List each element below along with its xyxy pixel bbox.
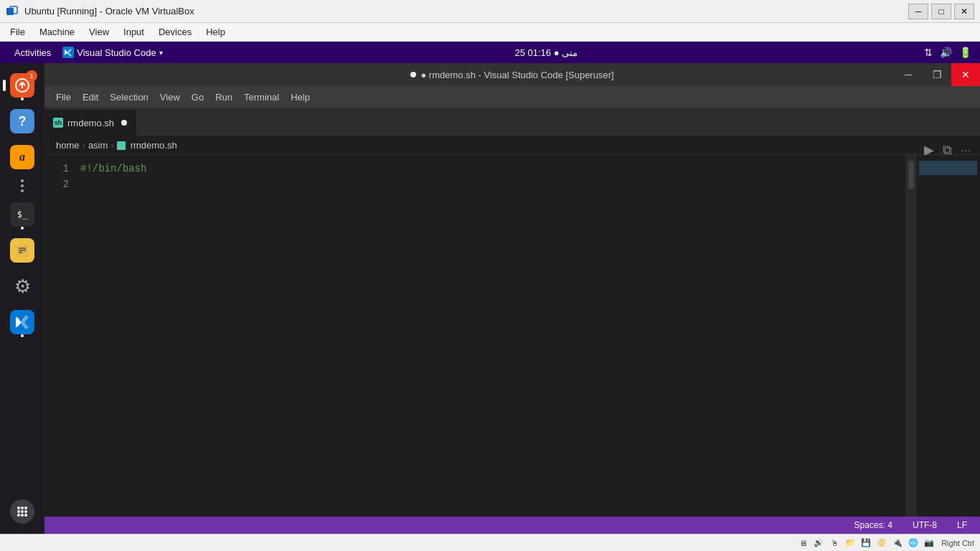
vm-content: Activities Visual Studio Code ▾ 25 منی ●… bbox=[0, 42, 980, 534]
vscode-taskbar-icon bbox=[62, 47, 74, 58]
vscode-minimize-btn[interactable]: ─ bbox=[894, 63, 923, 86]
tray-icon-5[interactable]: 💾 bbox=[859, 537, 872, 550]
breadcrumb-toolbar-row: home › asim › rmdemo.sh ▶ ⧉ ··· bbox=[44, 136, 980, 155]
vbox-title: Ubuntu [Running] - Oracle VM VirtualBox bbox=[24, 6, 908, 17]
amazon-icon: a bbox=[10, 145, 34, 169]
vbox-minimize-btn[interactable]: ─ bbox=[908, 4, 928, 19]
tray-icon-2[interactable]: 🔊 bbox=[812, 537, 825, 550]
dock-item-vscode[interactable] bbox=[6, 306, 39, 339]
vbox-menu-help[interactable]: Help bbox=[199, 23, 232, 41]
more-dot-3 bbox=[21, 189, 24, 192]
vscode-menu-edit[interactable]: Edit bbox=[77, 86, 104, 108]
vscode-restore-btn[interactable]: ❐ bbox=[923, 63, 951, 86]
code-line-1: #!/bin/bash bbox=[80, 161, 905, 176]
code-content[interactable]: #!/bin/bash bbox=[80, 155, 905, 517]
show-apps-icon bbox=[10, 499, 34, 524]
scrollbar-thumb bbox=[908, 161, 914, 189]
vbox-icon bbox=[6, 5, 19, 18]
tab-unsaved-indicator bbox=[121, 120, 127, 126]
svg-point-12 bbox=[21, 510, 24, 513]
vscode-titlebar: ● rmdemo.sh - Visual Studio Code [Superu… bbox=[44, 63, 980, 86]
active-indicator bbox=[21, 98, 24, 100]
dock-item-texteditor[interactable] bbox=[6, 234, 39, 267]
line-num-2: 2 bbox=[44, 176, 69, 192]
line-numbers: 1 2 bbox=[44, 155, 80, 517]
audio-icon[interactable]: 🔊 bbox=[940, 47, 952, 58]
vscode-menu-file[interactable]: File bbox=[50, 86, 77, 108]
svg-point-8 bbox=[17, 507, 20, 509]
vscode-window-controls: ─ ❐ ✕ bbox=[894, 63, 980, 86]
breadcrumb-asim[interactable]: asim bbox=[88, 140, 108, 151]
help-icon: ? bbox=[10, 109, 34, 133]
vbox-menu-view[interactable]: View bbox=[82, 23, 116, 41]
vscode-tabbar: sh rmdemo.sh bbox=[44, 108, 980, 136]
vscode-breadcrumb: home › asim › rmdemo.sh bbox=[44, 136, 980, 155]
vbox-maximize-btn[interactable]: □ bbox=[931, 4, 951, 19]
vbox-menu-devices[interactable]: Devices bbox=[151, 23, 199, 41]
vscode-menu-selection[interactable]: Selection bbox=[104, 86, 154, 108]
vscode-statusbar: Spaces: 4 UTF-8 LF bbox=[44, 517, 980, 534]
shebang-text: #!/bin/bash bbox=[80, 163, 146, 174]
dock-more-apps bbox=[21, 176, 24, 195]
vscode-menu-terminal[interactable]: Terminal bbox=[238, 86, 285, 108]
ubuntu-dock: 1 ? a bbox=[0, 63, 44, 534]
dock-item-amazon[interactable]: a bbox=[6, 141, 39, 174]
vscode-minimap bbox=[915, 155, 980, 517]
vscode-menu-run[interactable]: Run bbox=[209, 86, 238, 108]
vscode-tab-rmdemo[interactable]: sh rmdemo.sh bbox=[44, 110, 136, 136]
vscode-menu-help[interactable]: Help bbox=[285, 86, 316, 108]
vbox-menu-machine[interactable]: Machine bbox=[32, 23, 82, 41]
dock-item-appstore[interactable]: 1 bbox=[6, 69, 39, 102]
vbox-menubar: File Machine View Input Devices Help bbox=[0, 23, 980, 42]
vscode-main: sh rmdemo.sh home › asim › bbox=[44, 108, 980, 534]
statusbar-spaces[interactable]: Spaces: 4 bbox=[850, 520, 897, 530]
vscode-menu-go[interactable]: Go bbox=[186, 86, 209, 108]
vbox-menu-file[interactable]: File bbox=[3, 23, 32, 41]
tray-icon-8[interactable]: 🌐 bbox=[907, 537, 920, 550]
terminal-active-indicator bbox=[21, 227, 24, 230]
vscode-close-btn[interactable]: ✕ bbox=[951, 63, 980, 86]
vscode-menu-view[interactable]: View bbox=[154, 86, 186, 108]
tray-icon-3[interactable]: 🖱 bbox=[828, 537, 841, 550]
svg-point-15 bbox=[21, 514, 24, 517]
tray-icon-7[interactable]: 🔌 bbox=[891, 537, 904, 550]
vscode-taskbar-item[interactable]: Visual Studio Code ▾ bbox=[57, 47, 168, 58]
breadcrumb-sep-1: › bbox=[83, 140, 85, 151]
tab-file-icon: sh bbox=[53, 118, 63, 128]
more-dot-1 bbox=[21, 179, 24, 182]
gnome-clock[interactable]: 25 منی ● 01:16 bbox=[169, 47, 924, 58]
vbox-menu-input[interactable]: Input bbox=[116, 23, 151, 41]
dock-item-show-apps[interactable] bbox=[6, 495, 39, 528]
tray-icon-9[interactable]: 📷 bbox=[923, 537, 936, 550]
vbox-window-controls: ─ □ ✕ bbox=[908, 4, 974, 19]
taskbar-dropdown-icon: ▾ bbox=[159, 49, 163, 57]
vscode-code-area[interactable]: 1 2 #!/bin/bash bbox=[44, 155, 980, 517]
breadcrumb-filename[interactable]: rmdemo.sh bbox=[131, 140, 177, 151]
vscode-taskbar-label: Visual Studio Code bbox=[77, 47, 156, 58]
gnome-topbar: Activities Visual Studio Code ▾ 25 منی ●… bbox=[0, 42, 980, 63]
network-icon[interactable]: ⇅ bbox=[924, 47, 933, 58]
vscode-full-title: ● rmdemo.sh - Visual Studio Code [Superu… bbox=[420, 70, 613, 80]
breadcrumb-home[interactable]: home bbox=[56, 140, 80, 151]
more-actions-button[interactable]: ··· bbox=[961, 144, 971, 156]
vertical-scrollbar[interactable] bbox=[905, 155, 915, 517]
vbox-close-btn[interactable]: ✕ bbox=[954, 4, 974, 19]
virtualbox-window: Ubuntu [Running] - Oracle VM VirtualBox … bbox=[0, 0, 980, 551]
battery-icon[interactable]: 🔋 bbox=[959, 47, 971, 58]
dock-item-help[interactable]: ? bbox=[6, 105, 39, 138]
tray-icon-1[interactable]: 🖥 bbox=[796, 537, 809, 550]
tray-icon-6[interactable]: 📀 bbox=[875, 537, 888, 550]
statusbar-encoding[interactable]: UTF-8 bbox=[908, 520, 941, 530]
statusbar-line-ending[interactable]: LF bbox=[953, 520, 971, 530]
tray-icon-4[interactable]: 📁 bbox=[844, 537, 857, 550]
terminal-icon: $_ bbox=[10, 202, 34, 227]
activities-button[interactable]: Activities bbox=[9, 42, 57, 63]
vscode-active-indicator bbox=[21, 334, 24, 337]
dock-item-terminal[interactable]: $_ bbox=[6, 198, 39, 231]
right-ctrl-label: Right Ctrl bbox=[941, 539, 974, 547]
breadcrumb-file-icon bbox=[117, 141, 126, 150]
vscode-editor-area: sh rmdemo.sh home › asim › bbox=[44, 108, 980, 534]
dock-item-settings[interactable]: ⚙ bbox=[6, 270, 39, 303]
code-line-2 bbox=[80, 176, 905, 192]
vscode-menubar: File Edit Selection View Go Run Terminal… bbox=[44, 86, 980, 108]
